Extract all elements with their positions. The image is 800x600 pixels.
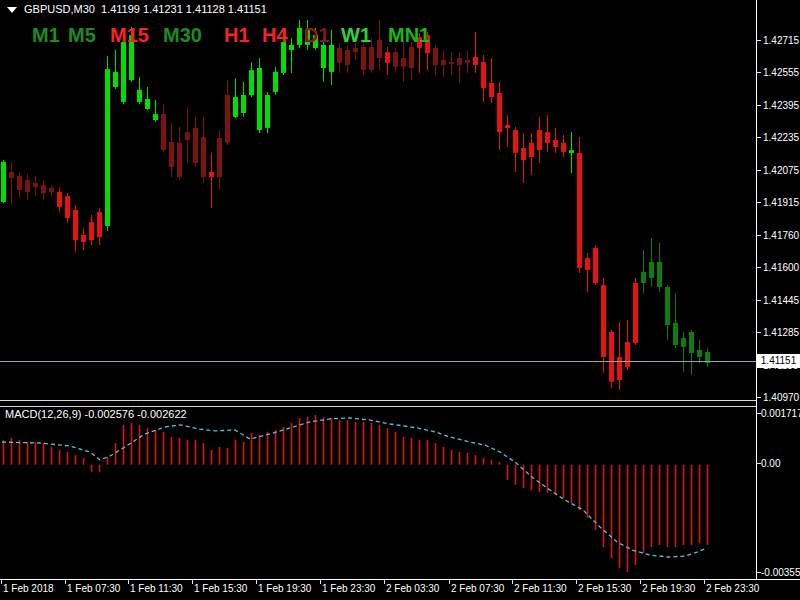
candle-body (401, 58, 406, 67)
candle-body (1, 162, 6, 202)
candle-body (561, 143, 566, 152)
candle-body (233, 97, 238, 117)
timeframe-button-d1[interactable]: D1 (304, 24, 330, 46)
candle-body (585, 258, 590, 270)
candle-body (649, 262, 654, 278)
timeframe-button-m30[interactable]: M30 (163, 24, 202, 46)
candle-body (41, 185, 46, 193)
timeframe-button-h4[interactable]: H4 (262, 24, 288, 46)
candle-body (153, 114, 158, 120)
candle-body (25, 180, 30, 192)
candle-body (33, 183, 38, 187)
candle-body (241, 95, 246, 113)
candle-body (49, 188, 54, 192)
candle-body (409, 47, 414, 68)
price-axis-label: 1.41915 (763, 197, 799, 208)
candle-body (481, 62, 486, 88)
candle-body (137, 90, 142, 102)
candle-body (217, 138, 222, 177)
candle-body (161, 114, 166, 150)
timeframe-button-m15[interactable]: M15 (110, 24, 149, 46)
candle-body (17, 176, 22, 190)
chart-canvas[interactable] (0, 0, 800, 600)
bid-price-label: 1.41151 (757, 354, 800, 368)
candle-body (681, 338, 686, 347)
candle-body (257, 68, 262, 130)
candle-body (329, 45, 334, 72)
candle-body (377, 40, 382, 58)
macd-axis-label: 0.00 (761, 458, 780, 469)
time-axis-label: 2 Feb 11:30 (514, 583, 567, 594)
candle-body (201, 137, 206, 177)
candle-body (545, 132, 550, 143)
macd-axis-label: 0.001717 (761, 408, 800, 419)
axis-tick (256, 580, 257, 584)
axis-tick (65, 580, 66, 584)
price-axis-label: 1.42075 (763, 165, 799, 176)
timeframe-button-w1[interactable]: W1 (341, 24, 371, 46)
axis-tick (756, 105, 761, 106)
axis-tick (1, 580, 2, 584)
candle-body (361, 47, 366, 70)
candle-body (665, 287, 670, 325)
candle-body (185, 132, 190, 140)
axis-tick (756, 267, 761, 268)
symbol-dropdown-icon[interactable] (7, 7, 17, 13)
time-axis-label: 2 Feb 19:30 (642, 583, 695, 594)
axis-tick (449, 580, 450, 584)
candle-body (249, 70, 254, 95)
time-axis-label: 1 Feb 11:30 (130, 583, 183, 594)
price-axis-label: 1.41445 (763, 295, 799, 306)
candle-body (321, 45, 326, 68)
candle-body (441, 60, 446, 65)
candle-body (537, 130, 542, 150)
time-axis-label: 2 Feb 07:30 (451, 583, 504, 594)
candle-body (433, 48, 438, 65)
candle-body (281, 42, 286, 73)
time-axis-line (0, 579, 800, 580)
candle-body (457, 58, 462, 65)
candle-body (121, 42, 126, 102)
candle-body (57, 192, 62, 207)
candle-body (689, 332, 694, 353)
candle-body (225, 95, 230, 143)
macd-signal-line (2, 418, 707, 557)
candle-body (97, 212, 102, 237)
time-axis-label: 1 Feb 15:30 (194, 583, 247, 594)
candle-body (337, 48, 342, 63)
timeframe-button-m5[interactable]: M5 (68, 24, 96, 46)
axis-tick (756, 202, 761, 203)
price-axis-label: 1.41600 (763, 262, 799, 273)
price-axis-label: 1.42555 (763, 67, 799, 78)
candle-body (617, 357, 622, 380)
candle-body (657, 262, 662, 287)
candle-body (345, 50, 350, 65)
candle-body (273, 72, 278, 92)
time-axis-label: 2 Feb 15:30 (578, 583, 631, 594)
timeframe-button-m1[interactable]: M1 (32, 24, 60, 46)
candle-body (489, 83, 494, 97)
price-axis-label: 1.41760 (763, 230, 799, 241)
candle-body (369, 47, 374, 70)
candle-body (9, 172, 14, 178)
candle-body (553, 140, 558, 147)
timeframe-button-mn1[interactable]: MN1 (388, 24, 430, 46)
candle-body (505, 125, 510, 128)
axis-tick (704, 580, 705, 584)
axis-tick (640, 580, 641, 584)
time-axis-label: 2 Feb 23:30 (706, 583, 759, 594)
axis-tick (756, 332, 761, 333)
candle-body (473, 57, 478, 65)
axis-tick (384, 580, 385, 584)
axis-tick (756, 300, 761, 301)
axis-tick (756, 235, 761, 236)
candle-body (593, 248, 598, 283)
macd-indicator-label: MACD(12,26,9) -0.002576 -0.002622 (5, 408, 187, 420)
candle-body (673, 323, 678, 345)
pane-splitter[interactable] (0, 400, 756, 407)
axis-tick (756, 72, 761, 73)
timeframe-button-h1[interactable]: H1 (224, 24, 250, 46)
axis-tick (192, 580, 193, 584)
candle-body (393, 52, 398, 67)
candle-body (193, 128, 198, 163)
